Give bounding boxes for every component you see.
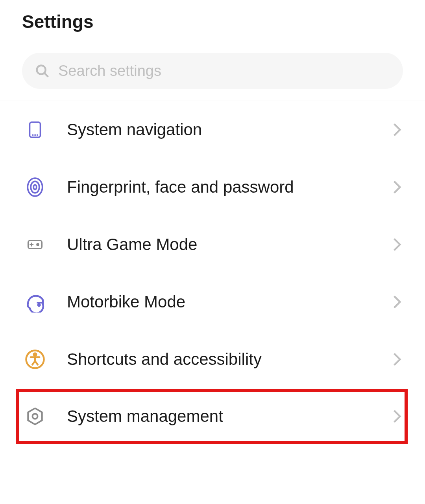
page-title: Settings xyxy=(22,11,403,32)
svg-point-13 xyxy=(38,304,40,306)
helmet-icon xyxy=(24,291,46,313)
svg-marker-20 xyxy=(28,408,42,424)
svg-point-12 xyxy=(37,244,39,246)
chevron-right-icon xyxy=(391,410,403,422)
phone-icon xyxy=(24,119,46,140)
chevron-right-icon xyxy=(391,353,403,365)
settings-item-label: Motorbike Mode xyxy=(67,292,391,311)
gamepad-icon xyxy=(24,234,46,255)
svg-line-19 xyxy=(35,361,38,365)
search-input[interactable] xyxy=(58,63,391,79)
settings-item-label: System management xyxy=(67,407,391,426)
settings-item-label: System navigation xyxy=(67,120,391,139)
search-container xyxy=(0,46,425,101)
chevron-right-icon xyxy=(391,124,403,136)
chevron-right-icon xyxy=(391,181,403,193)
settings-header: Settings xyxy=(0,0,425,46)
search-bar[interactable] xyxy=(22,53,403,89)
gear-icon xyxy=(24,406,46,427)
settings-item-motorbike-mode[interactable]: Motorbike Mode xyxy=(0,273,425,331)
svg-point-7 xyxy=(31,181,39,193)
settings-list: System navigation Fingerprint, face and … xyxy=(0,101,425,445)
settings-item-fingerprint[interactable]: Fingerprint, face and password xyxy=(0,158,425,216)
accessibility-icon xyxy=(24,349,46,370)
settings-item-accessibility[interactable]: Shortcuts and accessibility xyxy=(0,331,425,388)
chevron-right-icon xyxy=(391,239,403,250)
settings-item-label: Shortcuts and accessibility xyxy=(67,350,391,369)
svg-line-1 xyxy=(44,73,48,76)
fingerprint-icon xyxy=(24,177,46,198)
svg-point-21 xyxy=(33,414,38,419)
settings-item-label: Fingerprint, face and password xyxy=(67,178,391,197)
svg-point-15 xyxy=(34,353,36,355)
search-icon xyxy=(34,63,50,79)
svg-point-8 xyxy=(33,185,37,190)
settings-item-system-navigation[interactable]: System navigation xyxy=(0,101,425,158)
settings-item-label: Ultra Game Mode xyxy=(67,235,391,254)
chevron-right-icon xyxy=(391,296,403,308)
settings-item-system-management[interactable]: System management xyxy=(16,389,408,444)
settings-item-ultra-game-mode[interactable]: Ultra Game Mode xyxy=(0,216,425,273)
